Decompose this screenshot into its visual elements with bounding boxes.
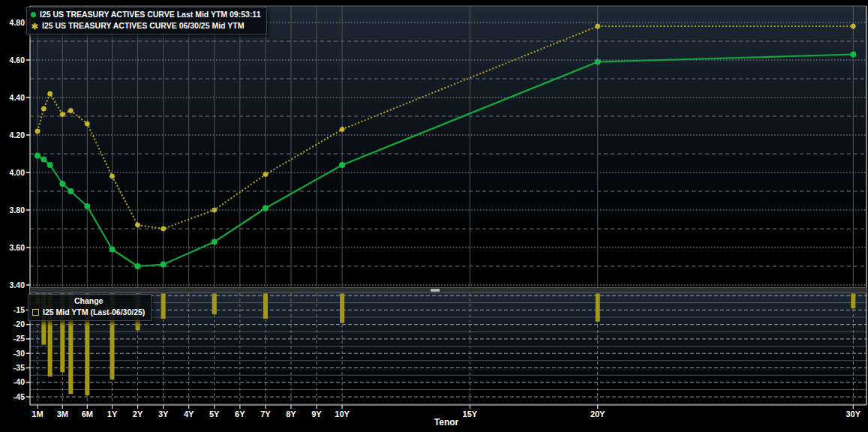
svg-text:6Y: 6Y	[235, 410, 245, 418]
top-plot-area[interactable]	[30, 6, 866, 288]
svg-text:4.80: 4.80	[10, 18, 26, 27]
legend-label-prior-curve: I25 US TREASURY ACTIVES CURVE 06/30/25 M…	[42, 20, 244, 32]
svg-text:3M: 3M	[57, 410, 68, 418]
svg-text:3Y: 3Y	[158, 410, 169, 418]
change-bar-5Y[interactable]	[212, 294, 217, 315]
svg-text:6M: 6M	[82, 410, 93, 418]
change-bar-7Y[interactable]	[263, 294, 268, 319]
bloomberg-yield-curve-chart-window: 3.403.603.804.004.204.404.604.80-15-20-2…	[0, 0, 868, 432]
legend-label-change-series: I25 Mid YTM (Last-06/30/25)	[43, 307, 145, 318]
divider-drag-handle[interactable]	[431, 289, 440, 292]
svg-text:-40: -40	[14, 377, 25, 386]
svg-text:3.60: 3.60	[10, 243, 26, 252]
svg-text:-30: -30	[14, 349, 25, 358]
svg-text:5Y: 5Y	[209, 410, 220, 418]
legend-label-last-curve: I25 US TREASURY ACTIVES CURVE Last Mid Y…	[40, 9, 260, 20]
svg-text:4Y: 4Y	[184, 410, 194, 418]
svg-text:3.40: 3.40	[10, 280, 26, 290]
green-circle-marker-icon	[31, 12, 36, 17]
svg-text:-20: -20	[14, 320, 25, 328]
panel-divider[interactable]	[30, 288, 866, 293]
svg-text:-45: -45	[14, 392, 25, 401]
svg-text:-35: -35	[14, 363, 25, 372]
svg-text:4.20: 4.20	[10, 130, 26, 140]
change-legend-title: Change	[32, 296, 145, 307]
top-panel-legend: I25 US TREASURY ACTIVES CURVE Last Mid Y…	[26, 7, 267, 34]
svg-text:20Y: 20Y	[590, 410, 605, 418]
change-bar-3Y[interactable]	[161, 294, 166, 319]
yellow-open-square-marker-icon	[32, 309, 39, 316]
legend-row-prior-curve[interactable]: ✱ I25 US TREASURY ACTIVES CURVE 06/30/25…	[31, 20, 260, 32]
svg-text:30Y: 30Y	[846, 410, 861, 418]
svg-text:4.00: 4.00	[10, 168, 26, 177]
svg-text:1Y: 1Y	[107, 410, 118, 418]
svg-text:8Y: 8Y	[286, 410, 296, 418]
svg-text:-25: -25	[14, 334, 25, 343]
yield-curve-chart-canvas[interactable]: 3.403.603.804.004.204.404.604.80-15-20-2…	[0, 0, 868, 432]
svg-text:9Y: 9Y	[311, 410, 322, 418]
svg-text:10Y: 10Y	[335, 410, 350, 418]
change-bar-30Y[interactable]	[851, 294, 855, 309]
legend-row-last-curve[interactable]: I25 US TREASURY ACTIVES CURVE Last Mid Y…	[31, 9, 260, 20]
change-panel-legend: Change I25 Mid YTM (Last-06/30/25)	[28, 294, 152, 321]
svg-text:4.60: 4.60	[10, 56, 26, 64]
svg-text:2Y: 2Y	[133, 410, 143, 418]
svg-text:3.80: 3.80	[10, 206, 26, 214]
change-bar-10Y[interactable]	[340, 294, 344, 323]
svg-text:7Y: 7Y	[260, 410, 271, 418]
svg-text:1M: 1M	[32, 410, 43, 418]
y-axis-labels: 3.403.603.804.004.204.404.604.80-15-20-2…	[10, 18, 30, 401]
yellow-star-marker-icon: ✱	[31, 23, 38, 29]
change-bar-20Y[interactable]	[596, 294, 600, 322]
svg-text:4.40: 4.40	[10, 93, 26, 102]
svg-text:-15: -15	[14, 305, 25, 314]
x-axis-title: Tenor	[415, 417, 478, 428]
legend-row-change-series[interactable]: I25 Mid YTM (Last-06/30/25)	[32, 307, 145, 318]
